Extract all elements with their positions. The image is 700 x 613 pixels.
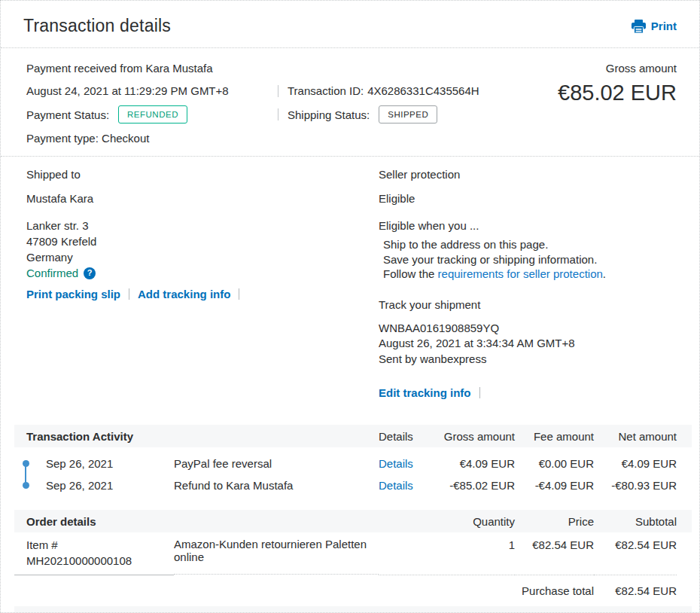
- activity-details-link[interactable]: Details: [379, 479, 422, 492]
- payment-summary-left: Payment received from Kara Mustafa Augus…: [26, 60, 479, 146]
- column-header-details: Details: [379, 430, 422, 443]
- payment-summary-section: Payment received from Kara Mustafa Augus…: [1, 48, 699, 156]
- gross-amount-block: Gross amount €85.02 EUR: [558, 60, 677, 146]
- add-tracking-info-link[interactable]: Add tracking info: [138, 288, 230, 300]
- vertical-divider: [278, 108, 278, 120]
- seller-protection-section: Seller protection Eligible Eligible when…: [379, 166, 677, 399]
- address-line: Lanker str. 3: [26, 218, 379, 233]
- payment-type: Payment type: Checkout: [26, 130, 479, 146]
- timeline-dot-icon: [23, 482, 29, 489]
- seller-protection-title: Seller protection: [379, 166, 677, 182]
- activity-row: Sep 26, 2021 PayPal fee reversal Details…: [14, 453, 692, 474]
- address-confirmed-label: Confirmed: [26, 265, 78, 281]
- order-details-title: Order details: [14, 515, 379, 528]
- shipped-to-section: Shipped to Mustafa Kara Lanker str. 3 47…: [26, 166, 379, 399]
- transaction-activity-table: Transaction Activity Details Gross amoun…: [14, 425, 692, 502]
- item-label: Item #: [26, 537, 174, 553]
- condition-text: Follow the: [383, 267, 438, 280]
- column-header-quantity: Quantity: [379, 515, 515, 528]
- link-divider: [479, 387, 480, 398]
- transaction-activity-title: Transaction Activity: [14, 430, 379, 443]
- page-header: Transaction details Print: [1, 1, 699, 48]
- activity-date: Sep 26, 2021: [46, 479, 174, 492]
- column-header-net: Net amount: [594, 430, 677, 443]
- condition-item: Save your tracking or shipping informati…: [383, 252, 677, 267]
- condition-text: .: [603, 267, 606, 280]
- next-section-bar: [14, 606, 692, 613]
- column-header-gross: Gross amount: [422, 430, 515, 443]
- shipping-status-badge: SHIPPED: [379, 105, 437, 124]
- page-title: Transaction details: [23, 16, 171, 36]
- purchase-total-row: Purchase total €82.54 EUR: [14, 575, 692, 597]
- gross-amount-value: €85.02 EUR: [558, 81, 677, 105]
- purchase-total-value: €82.54 EUR: [594, 584, 677, 597]
- tracking-number: WNBAA0161908859YQ: [379, 321, 677, 337]
- link-divider: [129, 288, 129, 300]
- payment-status-badge: REFUNDED: [118, 105, 187, 124]
- activity-fee-amount: -€4.09 EUR: [515, 479, 594, 492]
- condition-item: Follow the requirements for seller prote…: [383, 267, 677, 282]
- item-quantity: 1: [379, 532, 515, 575]
- seller-protection-subtitle: Eligible when you ...: [379, 218, 677, 233]
- payment-date: August 24, 2021 at 11:29:29 PM GMT+8: [26, 83, 278, 99]
- seller-protection-conditions: Ship to the address on this page. Save y…: [379, 237, 677, 282]
- transaction-id-value: 4X6286331C435564H: [367, 83, 479, 99]
- payment-status-label: Payment Status:: [26, 107, 109, 123]
- order-details-table: Order details Quantity Price Subtotal It…: [14, 510, 692, 597]
- activity-net-amount: -€80.93 EUR: [594, 479, 677, 492]
- order-item-row: Item # MH20210000000108 Amazon-Kunden re…: [14, 532, 692, 575]
- track-shipment-title: Track your shipment: [379, 297, 677, 313]
- print-packing-slip-link[interactable]: Print packing slip: [26, 288, 120, 300]
- column-header-fee: Fee amount: [515, 430, 594, 443]
- timeline-dot-icon: [23, 460, 29, 467]
- address-line: 47809 Krefeld: [26, 233, 379, 249]
- item-number: MH20210000000108: [26, 553, 174, 569]
- link-divider: [239, 288, 239, 300]
- printer-icon: [632, 20, 646, 33]
- activity-gross-amount: -€85.02 EUR: [422, 479, 515, 492]
- print-button-label: Print: [651, 20, 677, 32]
- item-subtotal: €82.54 EUR: [594, 532, 677, 575]
- condition-item: Ship to the address on this page.: [383, 237, 677, 252]
- recipient-name: Mustafa Kara: [26, 191, 379, 206]
- activity-description: Refund to Kara Mustafa: [174, 479, 379, 492]
- transaction-id-label: Transaction ID:: [288, 83, 364, 99]
- activity-row: Sep 26, 2021 Refund to Kara Mustafa Deta…: [14, 474, 692, 496]
- transaction-activity-rows: Sep 26, 2021 PayPal fee reversal Details…: [14, 447, 692, 502]
- activity-fee-amount: €0.00 EUR: [515, 457, 594, 470]
- transaction-activity-header: Transaction Activity Details Gross amoun…: [14, 425, 692, 447]
- address-line: Germany: [26, 249, 379, 265]
- tracking-date: August 26, 2021 at 3:34:34 AM GMT+8: [379, 336, 677, 352]
- transaction-details-panel: Transaction details Print Payment receiv…: [0, 0, 700, 613]
- gross-amount-label: Gross amount: [558, 60, 677, 76]
- column-header-price: Price: [515, 515, 594, 528]
- item-price: €82.54 EUR: [515, 532, 594, 575]
- activity-gross-amount: €4.09 EUR: [422, 457, 515, 470]
- tracking-info: WNBAA0161908859YQ August 26, 2021 at 3:3…: [379, 321, 677, 367]
- seller-protection-status: Eligible: [379, 191, 677, 206]
- activity-description: PayPal fee reversal: [174, 457, 379, 470]
- activity-net-amount: €4.09 EUR: [594, 457, 677, 470]
- print-button[interactable]: Print: [632, 20, 677, 33]
- payment-received-from: Payment received from Kara Mustafa: [26, 60, 479, 76]
- activity-date: Sep 26, 2021: [46, 457, 174, 470]
- purchase-total-label: Purchase total: [515, 584, 594, 597]
- item-name: Amazon-Kunden retournieren Paletten onli…: [174, 533, 379, 575]
- activity-details-link[interactable]: Details: [379, 457, 422, 470]
- order-details-header: Order details Quantity Price Subtotal: [14, 510, 692, 532]
- item-number-cell: Item # MH20210000000108: [14, 532, 174, 575]
- shipped-to-title: Shipped to: [26, 166, 379, 182]
- vertical-divider: [278, 85, 278, 97]
- shipping-status-label: Shipping Status:: [288, 107, 370, 123]
- seller-protection-requirements-link[interactable]: requirements for seller protection: [438, 267, 603, 280]
- tracking-carrier: Sent by wanbexpress: [379, 352, 677, 367]
- edit-tracking-info-link[interactable]: Edit tracking info: [379, 386, 471, 399]
- details-columns: Shipped to Mustafa Kara Lanker str. 3 47…: [1, 156, 699, 417]
- help-icon[interactable]: ?: [84, 267, 96, 279]
- column-header-subtotal: Subtotal: [594, 515, 677, 528]
